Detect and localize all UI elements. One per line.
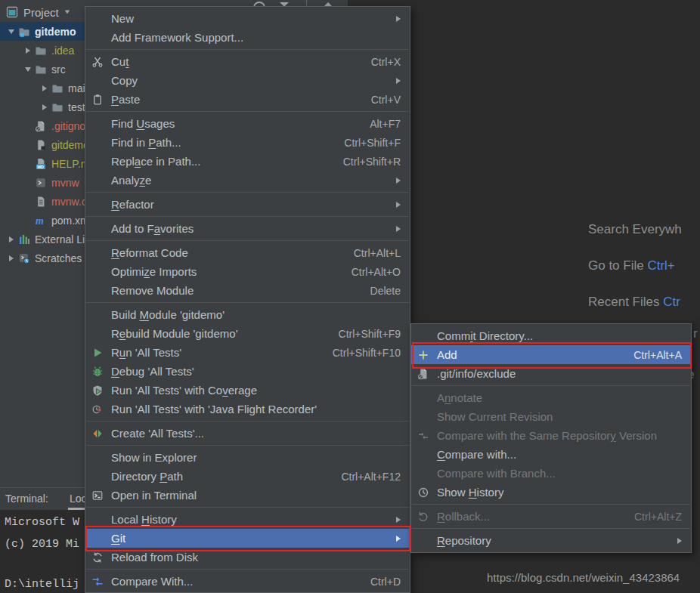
tree-item-label: pom.xml: [51, 215, 85, 227]
tree-item-pom-xml[interactable]: mpom.xml: [0, 211, 85, 230]
icon-slot-empty: [90, 533, 105, 545]
terminal-title: Terminal:: [5, 493, 48, 505]
menu-item-label: Run 'All Tests' with 'Java Flight Record…: [111, 403, 401, 415]
hint-search-everywhere: Search Everywh: [588, 222, 682, 237]
menu-item-reformat-code[interactable]: Reformat CodeCtrl+Alt+L: [85, 243, 410, 262]
menu-item-add-to-favorites[interactable]: Add to Favorites: [85, 219, 410, 238]
submenu-arrow-icon: [396, 517, 401, 523]
menu-separator: [412, 385, 690, 386]
icon-slot-empty: [416, 449, 431, 461]
terminal-tab-local[interactable]: Local: [70, 493, 85, 505]
menu-item-git[interactable]: Git: [85, 529, 410, 548]
debug-icon: [90, 366, 105, 378]
tree-item-external-libraries[interactable]: External Libraries: [0, 230, 85, 249]
tree-item-src[interactable]: src: [0, 60, 85, 79]
menu-item-paste[interactable]: PasteCtrl+V: [85, 90, 410, 109]
menu-item-shortcut: Ctrl+Shift+F9: [339, 328, 401, 340]
menu-item-compare-with[interactable]: Compare With...Ctrl+D: [85, 572, 410, 591]
submenu-arrow-icon: [396, 178, 401, 184]
maven-icon: m: [35, 215, 48, 227]
menu-item-remove-module[interactable]: Remove ModuleDelete: [85, 281, 410, 300]
tree-item-gitdemo-iml[interactable]: gitdemo.iml: [0, 135, 85, 154]
tree-item-test[interactable]: test: [0, 97, 85, 116]
menu-item-run-all-tests-with-coverage[interactable]: Run 'All Tests' with Coverage: [85, 381, 410, 400]
tree-item-mvnw-cmd[interactable]: mvnw.cmd: [0, 192, 85, 211]
icon-slot-empty: [90, 32, 105, 44]
project-context-menu: NewAdd Framework Support...CutCtrl+XCopy…: [85, 6, 410, 593]
menu-item-compare-with-the-same-repository-version[interactable]: Compare with the Same Repository Version: [411, 426, 691, 445]
icon-slot-empty: [416, 468, 431, 480]
menu-item-reload-from-disk[interactable]: Reload from Disk: [85, 548, 410, 567]
project-panel-header[interactable]: Project: [0, 0, 85, 23]
menu-item-rebuild-module-gitdemo[interactable]: Rebuild Module 'gitdemo'Ctrl+Shift+F9: [85, 324, 410, 343]
menu-item-create-all-tests[interactable]: Create 'All Tests'...: [85, 424, 410, 443]
menu-item-compare-with[interactable]: Compare with...: [411, 445, 691, 464]
icon-slot-empty: [90, 247, 105, 259]
menu-item-label: Optimize Imports: [111, 265, 339, 278]
menu-separator: [86, 302, 409, 303]
menu-item-cut[interactable]: CutCtrl+X: [85, 52, 410, 71]
terminal-icon: [90, 490, 105, 502]
tree-item-label: gitdemo: [35, 26, 76, 38]
menu-item-directory-path[interactable]: Directory PathCtrl+Alt+F12: [85, 467, 410, 486]
icon-slot-empty: [90, 328, 105, 340]
tree-item-gitdemo[interactable]: gitdemo: [0, 22, 85, 41]
tree-item-main[interactable]: main: [0, 79, 85, 97]
menu-separator: [86, 240, 409, 241]
icon-slot-empty: [416, 330, 431, 342]
menu-item-find-in-path[interactable]: Find in Path...Ctrl+Shift+F: [85, 133, 410, 152]
menu-item-commit-directory[interactable]: Commit Directory...: [411, 326, 691, 345]
tree-item-scratches-and-consoles[interactable]: Scratches and Consoles: [0, 249, 85, 267]
menu-item-run-all-tests-with-java-flight-recorder[interactable]: Run 'All Tests' with 'Java Flight Record…: [85, 400, 410, 418]
tree-item-mvnw[interactable]: mvnw: [0, 173, 85, 192]
menu-item-show-current-revision[interactable]: Show Current Revision: [411, 407, 691, 426]
menu-item-run-all-tests[interactable]: Run 'All Tests'Ctrl+Shift+F10: [85, 343, 410, 362]
menu-item-label: Reformat Code: [111, 246, 342, 259]
menu-item-label: Show History: [437, 486, 682, 499]
menu-item-label: Directory Path: [111, 470, 329, 483]
chevron-right-icon[interactable]: [5, 236, 18, 242]
menu-item-copy[interactable]: Copy: [85, 71, 410, 90]
menu-item-repository[interactable]: Repository: [411, 531, 691, 550]
menu-item-compare-with-branch[interactable]: Compare with Branch...: [411, 464, 691, 483]
chevron-down-icon[interactable]: [21, 67, 35, 72]
menu-item-new[interactable]: New: [85, 9, 410, 28]
menu-item-shortcut: Ctrl+Alt+Z: [634, 511, 682, 523]
project-view-dropdown-icon[interactable]: [64, 11, 69, 14]
tree-item-idea[interactable]: .idea: [0, 41, 85, 60]
menu-item-label: Remove Module: [111, 284, 358, 297]
menu-item-local-history[interactable]: Local History: [85, 510, 410, 529]
tree-item-label: gitdemo.iml: [51, 139, 85, 151]
chevron-down-icon[interactable]: [5, 29, 18, 34]
menu-item-optimize-imports[interactable]: Optimize ImportsCtrl+Alt+O: [85, 262, 410, 281]
tree-item-help-md[interactable]: MDHELP.md: [0, 154, 85, 173]
submenu-arrow-icon: [396, 78, 401, 84]
menu-item-rollback[interactable]: Rollback...Ctrl+Alt+Z: [411, 507, 691, 526]
file-iml-icon: [35, 139, 48, 151]
menu-item-add-framework-support[interactable]: Add Framework Support...: [85, 28, 410, 47]
terminal-tool-window: Terminal: Local Microsoft W(c) 2019 MiD:…: [0, 487, 85, 593]
tree-item-gitignore[interactable]: .gitignore: [0, 116, 85, 135]
menu-item-shortcut: Ctrl+Shift+F: [344, 137, 401, 149]
menu-item-find-usages[interactable]: Find UsagesAlt+F7: [85, 114, 410, 133]
menu-item-show-in-explorer[interactable]: Show in Explorer: [85, 448, 410, 467]
menu-item-annotate[interactable]: Annotate: [411, 388, 691, 407]
menu-item-analyze[interactable]: Analyze: [85, 171, 410, 190]
chevron-right-icon[interactable]: [38, 85, 51, 91]
file-ignored-icon: [35, 120, 48, 132]
chevron-right-icon[interactable]: [21, 48, 35, 54]
icon-slot-empty: [90, 75, 105, 87]
menu-item-build-module-gitdemo[interactable]: Build Module 'gitdemo': [85, 305, 410, 324]
icon-slot-empty: [90, 309, 105, 321]
menu-item-label: Add: [437, 348, 621, 361]
chevron-right-icon[interactable]: [38, 104, 51, 110]
chevron-right-icon[interactable]: [5, 255, 18, 261]
menu-item-debug-all-tests[interactable]: Debug 'All Tests': [85, 362, 410, 381]
menu-item-replace-in-path[interactable]: Replace in Path...Ctrl+Shift+R: [85, 152, 410, 171]
external-libs-icon: [18, 233, 32, 246]
menu-item-add[interactable]: AddCtrl+Alt+A: [411, 345, 691, 364]
menu-item-show-history[interactable]: Show History: [411, 483, 691, 502]
menu-item-refactor[interactable]: Refactor: [85, 195, 410, 214]
menu-item-git-info-exclude[interactable]: .git/info/exclude: [411, 364, 691, 383]
menu-item-open-in-terminal[interactable]: Open in Terminal: [85, 486, 410, 505]
